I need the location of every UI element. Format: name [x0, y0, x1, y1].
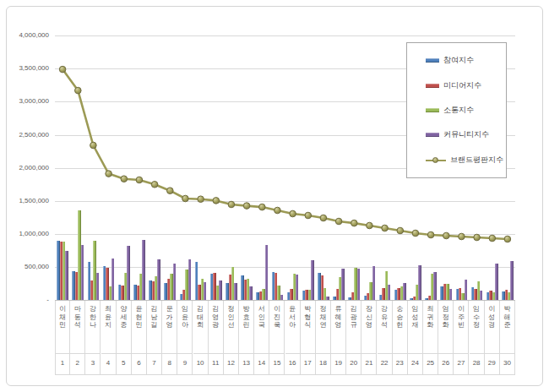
line-marker — [351, 220, 358, 226]
line-marker — [335, 218, 342, 225]
line-marker — [75, 87, 82, 94]
line-marker — [427, 231, 434, 238]
line-marker — [382, 225, 389, 231]
line-marker — [151, 182, 158, 188]
line-marker — [136, 177, 143, 183]
line-marker — [228, 201, 235, 208]
line-marker — [459, 233, 465, 240]
line-marker — [367, 222, 373, 229]
line-marker — [59, 66, 66, 73]
line-marker — [290, 210, 296, 217]
legend-label: 참여지수 — [443, 55, 474, 66]
legend-item-brand-reputation-index: 브랜드평판지수 — [426, 155, 506, 166]
line-marker — [259, 204, 266, 210]
line-marker — [305, 212, 312, 219]
community-index-swatch — [426, 133, 439, 137]
line-marker — [121, 176, 128, 182]
legend-item-communication-index: 소통지수 — [426, 105, 506, 116]
line-marker — [90, 142, 97, 149]
legend-item-media-index: 미디어지수 — [426, 80, 506, 91]
line-marker — [274, 207, 281, 214]
line-marker — [504, 236, 511, 242]
line-marker — [213, 198, 220, 204]
legend-item-community-index: 커뮤니티지수 — [426, 129, 506, 140]
line-marker — [397, 227, 404, 234]
media-index-swatch — [426, 84, 439, 88]
line-marker — [106, 171, 112, 177]
line-marker — [489, 235, 496, 242]
legend-item-participation-index: 참여지수 — [426, 55, 506, 66]
legend-label: 브랜드평판지수 — [450, 155, 503, 166]
line-marker — [182, 195, 189, 202]
brand-reputation-chart: 4,000,0003,500,0003,000,0002,500,0002,00… — [0, 0, 549, 392]
brand-reputation-index-swatch — [426, 157, 446, 163]
participation-index-swatch — [426, 58, 439, 63]
legend-label: 소통지수 — [443, 105, 474, 116]
legend-label: 미디어지수 — [443, 80, 481, 91]
line-marker — [243, 203, 250, 210]
line-marker — [320, 215, 327, 221]
line-marker — [474, 234, 481, 241]
line-marker — [412, 230, 419, 237]
communication-index-swatch — [426, 108, 439, 112]
line-marker — [167, 188, 174, 194]
legend-label: 커뮤니티지수 — [443, 129, 489, 140]
legend: 참여지수 미디어지수 소통지수 커뮤니티지수 브랜드평판지수 — [406, 42, 507, 178]
line-marker — [198, 196, 204, 203]
line-marker — [443, 232, 450, 239]
